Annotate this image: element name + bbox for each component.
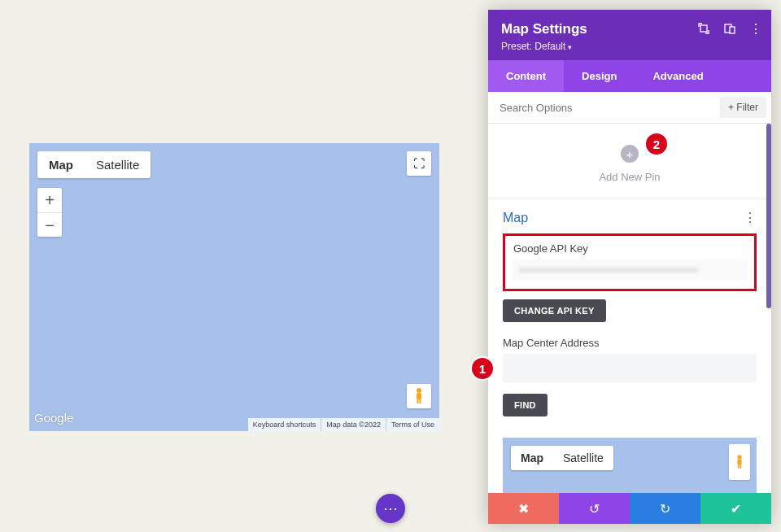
map-type-toggle: Map Satellite <box>37 151 151 178</box>
panel-header: Map Settings Preset: Default ⋮ <box>488 10 771 60</box>
tab-advanced[interactable]: Advanced <box>635 60 721 92</box>
svg-point-0 <box>417 388 421 393</box>
add-pin-block: + Add New Pin <box>488 124 771 198</box>
svg-rect-1 <box>417 393 421 399</box>
preview-type-satellite[interactable]: Satellite <box>553 446 613 470</box>
redo-icon: ↻ <box>660 501 670 517</box>
map-center-input[interactable] <box>503 354 757 382</box>
preset-dropdown[interactable]: Preset: Default <box>501 41 758 52</box>
fullscreen-button[interactable]: ⛶ <box>407 151 431 176</box>
search-input[interactable] <box>488 94 715 122</box>
svg-rect-3 <box>420 399 421 403</box>
search-row: + Filter <box>488 92 771 124</box>
svg-rect-10 <box>740 464 741 469</box>
fullscreen-icon: ⛶ <box>413 157 425 170</box>
expand-icon[interactable] <box>696 21 711 36</box>
svg-rect-9 <box>738 464 740 469</box>
module-fab[interactable]: ⋯ <box>376 494 405 523</box>
api-key-label: Google API Key <box>513 242 746 255</box>
footer-shortcuts[interactable]: Keyboard shortcuts <box>248 418 321 431</box>
map-preview[interactable]: Map Satellite + <box>503 438 757 493</box>
svg-rect-6 <box>730 27 735 33</box>
responsive-icon[interactable] <box>722 21 737 36</box>
page-map[interactable]: Map Satellite ⛶ + − Google Keyboard shor… <box>29 143 439 431</box>
plus-icon: + <box>626 147 634 161</box>
pegman-icon <box>734 454 745 470</box>
svg-rect-4 <box>700 25 707 32</box>
close-icon: ✖ <box>518 501 529 517</box>
panel-actions: ✖ ↺ ↻ ✔ <box>488 493 771 524</box>
add-pin-button[interactable]: + <box>621 145 639 163</box>
change-api-key-button[interactable]: CHANGE API KEY <box>503 299 606 322</box>
panel-body: + Add New Pin Map ⋮ Google API Key xxxxx… <box>488 124 771 493</box>
svg-point-7 <box>737 455 741 459</box>
map-type-map[interactable]: Map <box>37 151 85 178</box>
pegman-button[interactable] <box>407 384 431 408</box>
redo-button[interactable]: ↻ <box>630 493 700 524</box>
google-logo: Google <box>34 411 73 425</box>
map-section-menu[interactable]: ⋮ <box>744 210 757 225</box>
preview-pegman[interactable] <box>729 444 750 480</box>
tab-design[interactable]: Design <box>564 60 635 92</box>
preview-map-type: Map Satellite <box>511 446 613 470</box>
zoom-in-button[interactable]: + <box>37 188 62 212</box>
api-key-field[interactable]: xxxxxxxxxxxxxxxxxxxxxxxxxxxxxxxxxxxxxxxx <box>513 261 746 279</box>
map-settings-panel: Map Settings Preset: Default ⋮ Content D… <box>488 10 771 524</box>
add-pin-label: Add New Pin <box>488 171 771 183</box>
undo-icon: ↺ <box>589 501 600 517</box>
pegman-icon <box>412 387 425 405</box>
footer-mapdata: Map data ©2022 <box>321 418 386 431</box>
find-button[interactable]: FIND <box>503 394 548 416</box>
map-type-satellite[interactable]: Satellite <box>85 151 151 178</box>
map-section: Map ⋮ Google API Key xxxxxxxxxxxxxxxxxxx… <box>488 198 771 425</box>
map-footer: Keyboard shortcuts Map data ©2022 Terms … <box>248 418 439 431</box>
api-key-highlight: Google API Key xxxxxxxxxxxxxxxxxxxxxxxxx… <box>503 233 757 291</box>
svg-rect-2 <box>417 399 419 403</box>
tab-content[interactable]: Content <box>488 60 564 92</box>
annotation-2: 2 <box>644 132 669 156</box>
annotation-1: 1 <box>470 356 495 381</box>
ellipsis-icon: ⋯ <box>383 499 399 517</box>
map-center-label: Map Center Address <box>503 337 757 349</box>
map-section-title: Map <box>503 211 528 225</box>
filter-button[interactable]: + Filter <box>720 97 766 118</box>
undo-button[interactable]: ↺ <box>559 493 630 524</box>
svg-rect-8 <box>737 460 741 465</box>
zoom-out-button[interactable]: − <box>37 212 62 237</box>
panel-tabs: Content Design Advanced <box>488 60 771 92</box>
preview-type-map[interactable]: Map <box>511 446 553 470</box>
kebab-icon[interactable]: ⋮ <box>748 21 763 36</box>
footer-tou[interactable]: Terms of Use <box>386 418 439 431</box>
check-icon: ✔ <box>731 501 741 517</box>
save-button[interactable]: ✔ <box>700 493 771 524</box>
scrollbar[interactable] <box>766 124 771 308</box>
zoom-controls: + − <box>37 188 62 237</box>
cancel-button[interactable]: ✖ <box>488 493 559 524</box>
